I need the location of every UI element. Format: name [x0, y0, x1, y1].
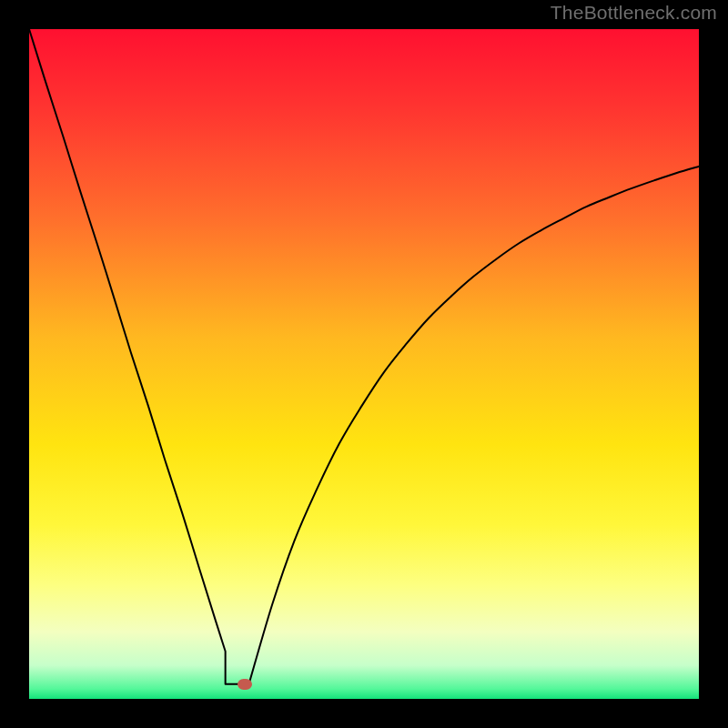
bottleneck-curve — [29, 29, 699, 684]
curve-svg — [29, 29, 699, 699]
trough-marker — [238, 679, 252, 690]
chart-frame: TheBottleneck.com — [0, 0, 728, 728]
watermark-text: TheBottleneck.com — [551, 2, 717, 24]
plot-area — [29, 29, 699, 699]
